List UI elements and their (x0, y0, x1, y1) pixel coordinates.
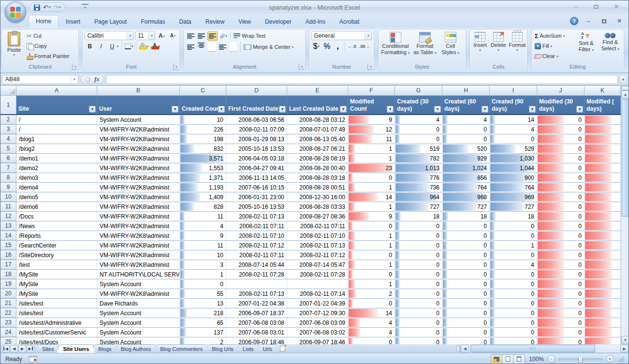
cell-m30-row11[interactable]: 0 (537, 202, 585, 211)
autosum-button[interactable]: ΣAutoSum▾ (534, 31, 573, 41)
cell-modified-row5[interactable]: 1 (348, 144, 395, 153)
maximize-button[interactable] (589, 2, 603, 11)
cell-site-row18[interactable]: /MySite (16, 270, 97, 279)
cell-created-row6[interactable]: 3,571 (180, 154, 226, 163)
cell-c60-row12[interactable]: 18 (442, 212, 490, 221)
cell-first-row23[interactable]: 2007-06-08 03:08 (226, 318, 287, 327)
cell-c90-row9[interactable]: 764 (490, 183, 537, 192)
cell-last-row19[interactable] (287, 279, 348, 289)
cell-m30-row23[interactable]: 0 (537, 318, 585, 327)
top-align-button[interactable] (186, 31, 196, 41)
filter-button-site[interactable]: ▾ (89, 106, 96, 113)
row-header-21[interactable]: 21 (0, 299, 16, 308)
cell-first-row8[interactable]: 2006-11-13 14:05 (226, 173, 287, 182)
filter-button-c60[interactable]: ▾ (482, 106, 488, 113)
align-left-button[interactable] (186, 43, 196, 52)
cell-c30-row25[interactable]: 0 (395, 337, 442, 344)
cell-m60-row12[interactable] (585, 212, 621, 221)
paste-button[interactable]: Paste ▾ (4, 31, 24, 63)
table-header-c30[interactable]: Created (30days)▾ (395, 96, 442, 114)
cell-m60-row22[interactable] (585, 308, 621, 318)
font-color-button[interactable]: A▾ (150, 42, 161, 51)
undo-button[interactable]: ↶▾ (42, 4, 51, 11)
cell-m60-row11[interactable] (585, 202, 621, 211)
cell-c90-row6[interactable]: 1,030 (490, 154, 537, 163)
row-header-8[interactable]: 8 (0, 173, 16, 182)
cell-m30-row13[interactable]: 0 (537, 221, 585, 231)
cell-created-row7[interactable]: 1,553 (180, 163, 226, 173)
cell-site-row3[interactable]: / (16, 125, 97, 134)
cell-c30-row10[interactable]: 964 (395, 192, 442, 202)
cell-c60-row15[interactable]: 0 (442, 241, 490, 250)
zoom-slider-thumb[interactable] (578, 356, 583, 363)
column-header-c[interactable]: C (180, 86, 226, 96)
underline-button[interactable]: U▾ (107, 42, 119, 51)
cell-user-row8[interactable]: VM-WIFRY-W2K8\administ (97, 173, 180, 182)
cell-last-row3[interactable]: 2008-07-01 07:49 (287, 125, 348, 134)
cell-site-row20[interactable]: /MySite (16, 289, 97, 298)
cell-m60-row4[interactable] (585, 134, 621, 144)
table-header-c60[interactable]: Created (60days)▾ (442, 96, 490, 114)
column-header-b[interactable]: B (97, 86, 180, 96)
cell-user-row15[interactable]: VM-WIFRY-W2K8\administ (97, 241, 180, 250)
cell-user-row10[interactable]: VM-WIFRY-W2K8\administ (97, 192, 180, 202)
row-header-18[interactable]: 18 (0, 270, 16, 279)
cell-site-row5[interactable]: /blog2 (16, 144, 97, 153)
cell-m60-row18[interactable] (585, 270, 621, 279)
scroll-up-button[interactable]: ▲ (621, 90, 629, 99)
cell-modified-row8[interactable]: 0 (348, 173, 395, 182)
cell-first-row24[interactable]: 2007-06-08 03:01 (226, 328, 287, 337)
cell-styles-button[interactable]: Cell Styles ▾ (439, 31, 462, 63)
table-header-first[interactable]: First Created Date▾ (226, 96, 287, 114)
cell-c90-row2[interactable]: 14 (490, 115, 537, 124)
cell-c30-row14[interactable]: 0 (395, 231, 442, 240)
bottom-align-button[interactable] (207, 31, 218, 41)
cell-c30-row16[interactable]: 0 (395, 250, 442, 260)
cell-c90-row25[interactable]: 0 (490, 337, 537, 344)
cell-user-row6[interactable]: VM-WIFRY-W2K8\administ (97, 154, 180, 163)
tab-page-layout[interactable]: Page Layout (88, 16, 133, 28)
cell-site-row9[interactable]: /demo4 (16, 183, 97, 192)
first-sheet-button[interactable]: ◀ (2, 345, 10, 352)
cell-c30-row11[interactable]: 727 (395, 202, 442, 211)
row-header-23[interactable]: 23 (0, 318, 16, 327)
cell-site-row4[interactable]: /blog1 (16, 134, 97, 144)
cell-modified-row13[interactable]: 0 (348, 221, 395, 231)
orientation-button[interactable]: ab▾ (219, 31, 228, 41)
cell-c90-row16[interactable]: 0 (490, 250, 537, 260)
cell-first-row4[interactable]: 2008-01-29 08:13 (226, 134, 287, 144)
cell-last-row5[interactable]: 2008-08-27 06:21 (287, 144, 348, 153)
row-header-15[interactable]: 15 (0, 241, 16, 250)
cell-m60-row13[interactable] (585, 221, 621, 231)
cell-created-row4[interactable]: 198 (180, 134, 226, 144)
cell-first-row9[interactable]: 2007-06-16 10:15 (226, 183, 287, 192)
cell-c90-row13[interactable]: 0 (490, 221, 537, 231)
cell-last-row22[interactable]: 2007-07-12 09:30 (287, 308, 348, 318)
cell-c30-row18[interactable]: 0 (395, 270, 442, 279)
cell-user-row4[interactable]: VM-WIFRY-W2K8\administ (97, 134, 180, 144)
cell-created-row25[interactable]: 2 (180, 337, 226, 344)
cell-c60-row3[interactable]: 0 (442, 125, 490, 134)
cell-last-row2[interactable]: 2008-08-28 03:12 (287, 115, 348, 124)
cell-last-row25[interactable]: 2006-09-07 18:46 (287, 337, 348, 344)
insert-function-button[interactable]: fx (81, 75, 104, 84)
sheet-tab-urls[interactable]: Urls (256, 344, 278, 353)
cell-modified-row18[interactable]: 0 (348, 270, 395, 279)
cell-c60-row25[interactable]: 0 (442, 337, 490, 344)
cell-m30-row24[interactable]: 0 (537, 328, 585, 337)
horizontal-scroll-track[interactable] (469, 345, 620, 352)
cell-c30-row22[interactable]: 0 (395, 308, 442, 318)
cell-c60-row13[interactable]: 0 (442, 221, 490, 231)
office-button[interactable] (5, 1, 26, 23)
cell-c90-row4[interactable]: 0 (490, 134, 537, 144)
decrease-decimal-button[interactable]: .00→ (358, 42, 371, 51)
tab-formulas[interactable]: Formulas (134, 16, 172, 28)
cell-first-row3[interactable]: 2008-02-11 07:09 (226, 125, 287, 134)
row-header-13[interactable]: 13 (0, 221, 16, 231)
cell-m30-row5[interactable]: 0 (537, 144, 585, 153)
row-header-7[interactable]: 7 (0, 163, 16, 173)
cell-c90-row7[interactable]: 1,044 (490, 163, 537, 173)
cell-created-row13[interactable]: 4 (180, 221, 226, 231)
cell-site-row24[interactable]: /sites/test/CustomerServic (16, 328, 97, 337)
cell-c60-row4[interactable]: 0 (442, 134, 490, 144)
